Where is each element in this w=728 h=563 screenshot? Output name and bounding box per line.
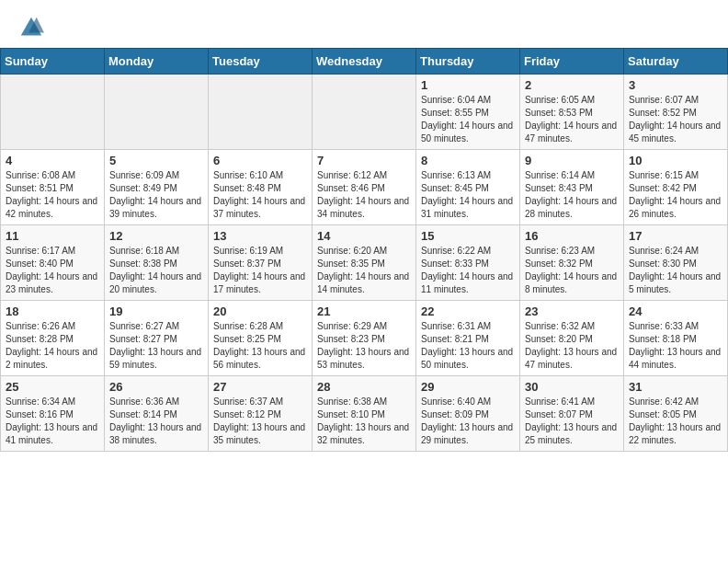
calendar-cell: 16Sunrise: 6:23 AM Sunset: 8:32 PM Dayli… [520,225,624,301]
calendar-week-4: 18Sunrise: 6:26 AM Sunset: 8:28 PM Dayli… [1,301,728,376]
calendar-cell: 11Sunrise: 6:17 AM Sunset: 8:40 PM Dayli… [1,225,105,301]
calendar-cell: 26Sunrise: 6:36 AM Sunset: 8:14 PM Dayli… [105,376,209,452]
day-info: Sunrise: 6:08 AM Sunset: 8:51 PM Dayligh… [6,169,99,221]
day-number: 30 [525,380,619,394]
day-info: Sunrise: 6:07 AM Sunset: 8:52 PM Dayligh… [629,94,722,145]
calendar-week-1: 1Sunrise: 6:04 AM Sunset: 8:55 PM Daylig… [1,75,728,150]
day-number: 2 [525,78,619,92]
calendar-cell: 22Sunrise: 6:31 AM Sunset: 8:21 PM Dayli… [416,301,520,376]
weekday-header-monday: Monday [105,49,209,75]
calendar-cell: 4Sunrise: 6:08 AM Sunset: 8:51 PM Daylig… [1,150,105,225]
page-header [0,0,728,48]
calendar-cell: 27Sunrise: 6:37 AM Sunset: 8:12 PM Dayli… [209,376,313,452]
calendar-cell: 5Sunrise: 6:09 AM Sunset: 8:49 PM Daylig… [105,150,209,225]
day-number: 9 [525,154,619,167]
calendar-cell: 2Sunrise: 6:05 AM Sunset: 8:53 PM Daylig… [520,75,624,150]
day-info: Sunrise: 6:42 AM Sunset: 8:05 PM Dayligh… [629,396,722,447]
day-number: 24 [629,304,722,318]
day-number: 28 [317,380,411,394]
calendar-cell: 31Sunrise: 6:42 AM Sunset: 8:05 PM Dayli… [624,376,728,452]
day-number: 25 [6,380,99,394]
weekday-header-sunday: Sunday [1,49,105,75]
calendar-cell: 10Sunrise: 6:15 AM Sunset: 8:42 PM Dayli… [624,150,728,225]
day-info: Sunrise: 6:38 AM Sunset: 8:10 PM Dayligh… [317,396,411,447]
calendar-week-5: 25Sunrise: 6:34 AM Sunset: 8:16 PM Dayli… [1,376,728,452]
day-info: Sunrise: 6:29 AM Sunset: 8:23 PM Dayligh… [317,320,411,372]
day-info: Sunrise: 6:23 AM Sunset: 8:32 PM Dayligh… [525,245,619,296]
calendar-cell: 19Sunrise: 6:27 AM Sunset: 8:27 PM Dayli… [105,301,209,376]
day-number: 18 [6,304,99,318]
day-number: 29 [421,380,515,394]
calendar-cell: 17Sunrise: 6:24 AM Sunset: 8:30 PM Dayli… [624,225,728,301]
day-number: 20 [213,304,307,318]
day-info: Sunrise: 6:37 AM Sunset: 8:12 PM Dayligh… [213,396,307,447]
calendar-cell: 23Sunrise: 6:32 AM Sunset: 8:20 PM Dayli… [520,301,624,376]
logo [18,15,48,40]
day-info: Sunrise: 6:27 AM Sunset: 8:27 PM Dayligh… [109,320,203,372]
calendar-cell: 6Sunrise: 6:10 AM Sunset: 8:48 PM Daylig… [209,150,313,225]
day-number: 17 [629,229,722,243]
weekday-header-thursday: Thursday [416,49,520,75]
day-info: Sunrise: 6:12 AM Sunset: 8:46 PM Dayligh… [317,169,411,221]
day-info: Sunrise: 6:28 AM Sunset: 8:25 PM Dayligh… [213,320,307,372]
weekday-header-tuesday: Tuesday [209,49,313,75]
day-info: Sunrise: 6:13 AM Sunset: 8:45 PM Dayligh… [421,169,515,221]
day-number: 5 [109,154,203,167]
day-number: 21 [317,304,411,318]
calendar-cell: 14Sunrise: 6:20 AM Sunset: 8:35 PM Dayli… [313,225,416,301]
day-info: Sunrise: 6:32 AM Sunset: 8:20 PM Dayligh… [525,320,619,372]
calendar-cell: 20Sunrise: 6:28 AM Sunset: 8:25 PM Dayli… [209,301,313,376]
day-info: Sunrise: 6:15 AM Sunset: 8:42 PM Dayligh… [629,169,722,221]
day-number: 27 [213,380,307,394]
day-number: 4 [6,154,99,167]
calendar-cell: 8Sunrise: 6:13 AM Sunset: 8:45 PM Daylig… [416,150,520,225]
day-info: Sunrise: 6:05 AM Sunset: 8:53 PM Dayligh… [525,94,619,145]
calendar-cell: 7Sunrise: 6:12 AM Sunset: 8:46 PM Daylig… [313,150,416,225]
day-number: 22 [421,304,515,318]
day-number: 15 [421,229,515,243]
day-info: Sunrise: 6:18 AM Sunset: 8:38 PM Dayligh… [109,245,203,296]
day-info: Sunrise: 6:20 AM Sunset: 8:35 PM Dayligh… [317,245,411,296]
calendar-cell [1,75,105,150]
day-number: 14 [317,229,411,243]
weekday-header-saturday: Saturday [624,49,728,75]
calendar-cell: 1Sunrise: 6:04 AM Sunset: 8:55 PM Daylig… [416,75,520,150]
weekday-header-friday: Friday [520,49,624,75]
day-info: Sunrise: 6:41 AM Sunset: 8:07 PM Dayligh… [525,396,619,447]
calendar-cell: 3Sunrise: 6:07 AM Sunset: 8:52 PM Daylig… [624,75,728,150]
day-number: 3 [629,78,722,92]
day-number: 10 [629,154,722,167]
day-number: 1 [421,78,515,92]
day-number: 16 [525,229,619,243]
calendar-cell: 15Sunrise: 6:22 AM Sunset: 8:33 PM Dayli… [416,225,520,301]
day-info: Sunrise: 6:24 AM Sunset: 8:30 PM Dayligh… [629,245,722,296]
day-number: 31 [629,380,722,394]
day-info: Sunrise: 6:04 AM Sunset: 8:55 PM Dayligh… [421,94,515,145]
calendar-cell [105,75,209,150]
calendar-cell: 21Sunrise: 6:29 AM Sunset: 8:23 PM Dayli… [313,301,416,376]
day-info: Sunrise: 6:19 AM Sunset: 8:37 PM Dayligh… [213,245,307,296]
weekday-header-wednesday: Wednesday [313,49,416,75]
calendar-cell: 30Sunrise: 6:41 AM Sunset: 8:07 PM Dayli… [520,376,624,452]
day-number: 6 [213,154,307,167]
day-info: Sunrise: 6:22 AM Sunset: 8:33 PM Dayligh… [421,245,515,296]
day-number: 12 [109,229,203,243]
calendar-cell: 28Sunrise: 6:38 AM Sunset: 8:10 PM Dayli… [313,376,416,452]
calendar-cell: 9Sunrise: 6:14 AM Sunset: 8:43 PM Daylig… [520,150,624,225]
day-info: Sunrise: 6:26 AM Sunset: 8:28 PM Dayligh… [6,320,99,372]
calendar-cell: 25Sunrise: 6:34 AM Sunset: 8:16 PM Dayli… [1,376,105,452]
day-info: Sunrise: 6:40 AM Sunset: 8:09 PM Dayligh… [421,396,515,447]
day-number: 26 [109,380,203,394]
calendar-cell [209,75,313,150]
calendar-week-2: 4Sunrise: 6:08 AM Sunset: 8:51 PM Daylig… [1,150,728,225]
calendar-week-3: 11Sunrise: 6:17 AM Sunset: 8:40 PM Dayli… [1,225,728,301]
day-info: Sunrise: 6:31 AM Sunset: 8:21 PM Dayligh… [421,320,515,372]
calendar-cell: 18Sunrise: 6:26 AM Sunset: 8:28 PM Dayli… [1,301,105,376]
day-info: Sunrise: 6:34 AM Sunset: 8:16 PM Dayligh… [6,396,99,447]
weekday-header-row: SundayMondayTuesdayWednesdayThursdayFrid… [1,49,728,75]
day-number: 11 [6,229,99,243]
calendar-cell: 24Sunrise: 6:33 AM Sunset: 8:18 PM Dayli… [624,301,728,376]
day-number: 23 [525,304,619,318]
day-number: 13 [213,229,307,243]
day-number: 7 [317,154,411,167]
